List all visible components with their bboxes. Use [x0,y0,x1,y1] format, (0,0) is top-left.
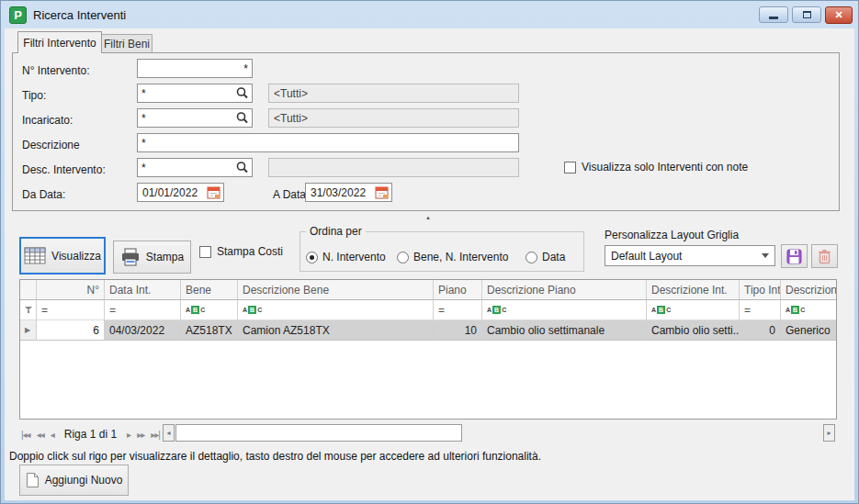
incaricato-label: Incaricato: [22,114,73,127]
close-icon: ✕ [834,9,842,21]
cell-descrizione-int[interactable]: Cambio olio setti... [647,320,740,341]
minimize-icon [769,17,778,19]
column-header-descrizione-bene[interactable]: Descrizione Bene [238,280,434,300]
trash-icon [818,249,831,264]
grid-icon [24,247,46,264]
layout-combobox[interactable]: Default Layout [605,245,775,266]
radio-bene-n-intervento[interactable]: Bene, N. Intervento [397,251,508,263]
maximize-button[interactable] [792,6,821,23]
cell-n[interactable]: 6 [37,320,105,341]
column-header-piano[interactable]: Piano [434,280,482,300]
search-icon[interactable] [235,161,250,175]
stampa-costi-row[interactable]: Stampa Costi [199,245,283,258]
radio-label: Data [542,251,565,263]
table-row[interactable]: ▶ 6 04/03/2022 AZ518TX Camion AZ518TX 10… [20,320,836,341]
radio-data[interactable]: Data [526,251,565,263]
prev-row-button[interactable]: ◂ [51,430,54,440]
filter-cell-piano[interactable]: = [434,300,482,320]
radio-label: Bene, N. Intervento [413,251,508,263]
a-data-field[interactable]: 31/03/2022 [305,183,392,202]
titlebar[interactable]: P Ricerca Interventi ✕ [1,1,858,28]
da-data-field[interactable]: 01/01/2022 [137,183,224,202]
column-header-bene[interactable]: Bene [181,280,238,300]
tab-filtri-beni[interactable]: Filtri Beni [101,34,153,53]
tipo-field-box [137,84,253,103]
search-icon[interactable] [235,86,250,101]
visualizza-button[interactable]: Visualizza [19,237,106,274]
note-checkbox[interactable] [564,162,576,174]
abc-filter-icon: ABC [186,306,205,314]
stampa-button[interactable]: Stampa [113,241,191,274]
stampa-costi-checkbox[interactable] [199,246,211,258]
filter-cell-descrizione-tipo[interactable]: ABC [781,300,836,320]
n-intervento-input[interactable] [138,60,252,77]
incaricato-input[interactable] [138,109,235,127]
printer-icon [120,248,141,266]
first-row-button[interactable]: |◂◂ [21,430,30,440]
calendar-icon[interactable] [207,185,220,199]
last-row-button[interactable]: ▸▸| [151,430,160,440]
cell-data-int[interactable]: 04/03/2022 [105,320,181,341]
layout-selected-value: Default Layout [611,250,682,263]
save-layout-button[interactable] [781,244,808,268]
next-page-button[interactable]: ▸▸ [137,430,144,440]
grid-filter-row: = = ABC ABC = ABC ABC = ABC [20,300,836,320]
column-header-descrizione-piano[interactable]: Descrizione Piano [482,280,647,300]
hscroll-thumb[interactable] [175,424,462,442]
descrizione-input[interactable] [138,134,518,151]
column-header-descrizione-int[interactable]: Descrizione Int. [647,280,740,300]
stampa-label: Stampa [146,251,184,263]
column-header-n[interactable]: N° [37,280,105,300]
splitter-collapse-arrow[interactable]: ▲ [425,215,431,220]
pager: |◂◂ ◂◂ ◂ Riga 1 di 1 ▸ ▸▸ ▸▸| [21,424,160,444]
delete-layout-button[interactable] [811,244,838,268]
header-indicator-cell [20,280,37,300]
radio-n-intervento[interactable]: N. Intervento [306,251,386,263]
new-document-icon [26,472,40,488]
descrizione-label: Descrizione [22,139,80,151]
desc-intervento-field-box [137,158,253,177]
cell-descrizione-bene[interactable]: Camion AZ518TX [238,320,434,341]
aggiungi-nuovo-button[interactable]: Aggiungi Nuovo [19,465,129,496]
minimize-button[interactable] [759,6,788,23]
tipo-label: Tipo: [22,89,46,102]
desc-intervento-input[interactable] [138,159,235,176]
da-data-value: 01/01/2022 [142,186,198,199]
row-arrow-icon: ▶ [25,326,30,334]
filter-cell-descrizione-int[interactable]: ABC [647,300,740,320]
search-icon[interactable] [235,111,250,126]
column-header-tipo-int[interactable]: Tipo Int. [740,280,781,300]
tipo-display: <Tutti> [268,84,519,103]
filter-cell-bene[interactable]: ABC [181,300,238,320]
filter-cell-n[interactable]: = [37,300,105,320]
filter-cell-tipo-int[interactable]: = [740,300,781,320]
filter-cell-data-int[interactable]: = [105,300,181,320]
stampa-costi-label: Stampa Costi [217,245,283,258]
column-header-data-int[interactable]: Data Int. [105,280,181,300]
app-icon: P [9,6,27,24]
prev-page-button[interactable]: ◂◂ [37,430,44,440]
tab-label: Filtri Beni [104,38,150,50]
cell-descrizione-piano[interactable]: Cambio olio settimanale [482,320,647,341]
column-header-descrizione-tipo[interactable]: Descrizione T [781,280,836,300]
calendar-icon[interactable] [375,185,389,199]
cell-descrizione-tipo[interactable]: Generico [781,320,836,341]
tab-filtri-intervento[interactable]: Filtri Intervento [17,31,102,53]
footer-hint: Doppio click sul rigo per visualizzare i… [9,450,541,463]
filter-cell-descrizione-bene[interactable]: ABC [238,300,434,320]
close-button[interactable]: ✕ [825,6,853,24]
tab-label: Filtri Intervento [23,37,96,50]
hscroll-right-arrow[interactable]: ▸ [823,424,835,442]
filter-panel: N° Intervento: Tipo: <Tutti> Incaricato:… [12,52,840,211]
cell-piano[interactable]: 10 [434,320,482,341]
filter-cell-descrizione-piano[interactable]: ABC [482,300,647,320]
next-row-button[interactable]: ▸ [127,430,130,440]
filter-indicator-cell [20,300,37,320]
tipo-input[interactable] [138,84,235,102]
da-data-label: Da Data: [22,188,65,201]
ordina-per-groupbox: Ordina per N. Intervento Bene, N. Interv… [300,231,584,272]
hscroll-left-arrow[interactable]: ◂ [163,424,175,442]
cell-tipo-int[interactable]: 0 [740,320,781,341]
note-checkbox-row[interactable]: Visualizza solo Interventi con note [564,161,748,174]
cell-bene[interactable]: AZ518TX [181,320,238,341]
